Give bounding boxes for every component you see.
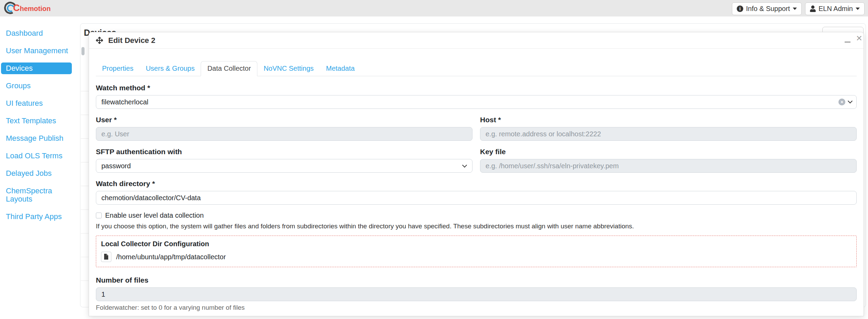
sidebar-item-text-templates[interactable]: Text Templates [1, 115, 72, 127]
info-icon: i [737, 5, 743, 12]
sidebar-item-delayed-jobs[interactable]: Delayed Jobs [1, 168, 72, 179]
logo-text: Chemotion [13, 3, 51, 13]
edit-device-modal: Edit Device 2 × Properties Users & Group… [89, 32, 864, 316]
user-level-label: Enable user level data collection [105, 212, 204, 219]
user-level-checkbox[interactable] [96, 213, 102, 218]
local-collector-path: /home/ubuntu/app/tmp/datacollector [116, 253, 226, 261]
sidebar-item-dashboard[interactable]: Dashboard [1, 27, 72, 39]
sftp-auth-select[interactable] [96, 159, 472, 173]
sidebar-item-third-party-apps[interactable]: Third Party Apps [1, 211, 72, 223]
chevron-down-icon[interactable] [848, 99, 853, 103]
watch-directory-label: Watch directory * [96, 180, 857, 188]
close-icon[interactable]: × [856, 33, 862, 43]
host-label: Host * [480, 116, 857, 124]
user-label: User * [96, 116, 472, 124]
clear-selection-icon[interactable]: × [838, 99, 845, 105]
sidebar-item-chemspectra-layouts[interactable]: ChemSpectra Layouts [1, 185, 72, 205]
copy-path-button[interactable] [101, 252, 111, 262]
modal-tabs: Properties Users & Groups Data Collector… [96, 61, 857, 76]
chemotion-logo[interactable]: Chemotion [4, 1, 80, 16]
user-field[interactable] [96, 127, 472, 141]
account-dropdown[interactable]: ELN Admin [805, 2, 865, 15]
local-collector-config-box: Local Collector Dir Configuration /home/… [96, 236, 857, 267]
modal-header: Edit Device 2 × [89, 32, 864, 49]
sidebar-item-message-publish[interactable]: Message Publish [1, 133, 72, 144]
sidebar-item-ui-features[interactable]: UI features [1, 98, 72, 109]
sidebar-item-load-ols-terms[interactable]: Load OLS Terms [1, 150, 72, 162]
caret-down-icon [856, 8, 860, 10]
number-of-files-field[interactable] [96, 287, 857, 301]
sftp-auth-label: SFTP authentication with [96, 148, 472, 156]
tab-properties[interactable]: Properties [96, 61, 140, 76]
minimize-icon[interactable] [845, 42, 850, 43]
tab-data-collector[interactable]: Data Collector [201, 61, 257, 76]
sidebar-item-user-management[interactable]: User Management [1, 45, 72, 57]
modal-title: Edit Device 2 [108, 36, 155, 45]
watch-method-select[interactable] [96, 95, 857, 109]
key-file-field[interactable] [480, 159, 857, 173]
move-icon[interactable] [96, 37, 103, 44]
watch-directory-field[interactable] [96, 191, 857, 205]
top-navbar: Chemotion i Info & Support ELN Admin [0, 0, 868, 16]
info-support-dropdown[interactable]: i Info & Support [732, 2, 802, 15]
scrollbar-thumb[interactable] [81, 47, 85, 55]
sidebar-item-groups[interactable]: Groups [1, 80, 72, 92]
caret-down-icon [793, 8, 797, 10]
number-of-files-help-text: Folderwatcher: set to 0 for a varying nu… [96, 304, 857, 311]
host-field[interactable] [480, 127, 857, 141]
local-collector-label: Local Collector Dir Configuration [101, 240, 852, 248]
number-of-files-label: Number of files [96, 276, 857, 284]
info-support-label: Info & Support [746, 5, 790, 13]
sidebar-item-devices[interactable]: Devices [1, 62, 72, 74]
watch-method-label: Watch method * [96, 84, 857, 92]
admin-sidebar: Dashboard User Management Devices Groups… [0, 16, 73, 319]
tab-users-groups[interactable]: Users & Groups [140, 61, 201, 76]
copy-icon [104, 254, 109, 260]
tab-novnc-settings[interactable]: NoVNC Settings [257, 61, 320, 76]
user-icon [810, 5, 816, 12]
account-label: ELN Admin [819, 5, 853, 13]
tab-metadata[interactable]: Metadata [320, 61, 361, 76]
key-file-label: Key file [480, 148, 857, 156]
user-level-help-text: If you choose this option, the system wi… [96, 223, 857, 230]
